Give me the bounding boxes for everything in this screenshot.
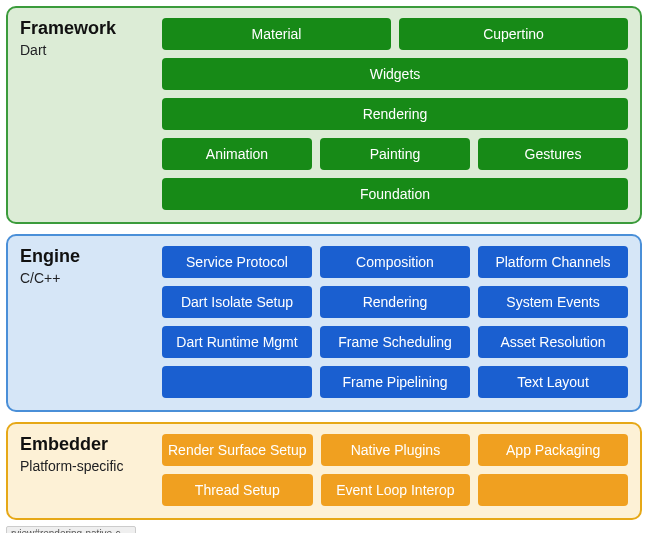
block-empty [162, 366, 312, 398]
block-frame-pipelining: Frame Pipelining [320, 366, 470, 398]
layer-embedder-title: Embedder [20, 434, 152, 456]
block-thread-setup: Thread Setup [162, 474, 313, 506]
block-render-surface-setup: Render Surface Setup [162, 434, 313, 466]
layer-embedder-subtitle: Platform-specific [20, 458, 152, 474]
block-dart-isolate-setup: Dart Isolate Setup [162, 286, 312, 318]
block-service-protocol: Service Protocol [162, 246, 312, 278]
block-empty [478, 474, 628, 506]
block-frame-scheduling: Frame Scheduling [320, 326, 470, 358]
layer-embedder-body: Render Surface Setup Native Plugins App … [162, 434, 628, 506]
layer-engine: Engine C/C++ Service Protocol Compositio… [6, 234, 642, 412]
layer-engine-title: Engine [20, 246, 152, 268]
block-dart-runtime-mgmt: Dart Runtime Mgmt [162, 326, 312, 358]
layer-framework-title: Framework [20, 18, 152, 40]
block-widgets: Widgets [162, 58, 628, 90]
layer-engine-header: Engine C/C++ [20, 246, 152, 398]
block-animation: Animation [162, 138, 312, 170]
block-cupertino: Cupertino [399, 18, 628, 50]
block-painting: Painting [320, 138, 470, 170]
block-system-events: System Events [478, 286, 628, 318]
block-material: Material [162, 18, 391, 50]
block-rendering-fw: Rendering [162, 98, 628, 130]
block-app-packaging: App Packaging [478, 434, 628, 466]
status-bar-link-preview: rview#rendering-native-controls-i… [6, 526, 136, 533]
layer-framework: Framework Dart Material Cupertino Widget… [6, 6, 642, 224]
layer-framework-header: Framework Dart [20, 18, 152, 210]
block-event-loop-interop: Event Loop Interop [321, 474, 471, 506]
block-text-layout: Text Layout [478, 366, 628, 398]
block-native-plugins: Native Plugins [321, 434, 471, 466]
block-asset-resolution: Asset Resolution [478, 326, 628, 358]
block-foundation: Foundation [162, 178, 628, 210]
layer-embedder: Embedder Platform-specific Render Surfac… [6, 422, 642, 520]
layer-engine-body: Service Protocol Composition Platform Ch… [162, 246, 628, 398]
block-platform-channels: Platform Channels [478, 246, 628, 278]
block-gestures: Gestures [478, 138, 628, 170]
layer-engine-subtitle: C/C++ [20, 270, 152, 286]
layer-framework-subtitle: Dart [20, 42, 152, 58]
block-rendering-eng: Rendering [320, 286, 470, 318]
layer-framework-body: Material Cupertino Widgets Rendering Ani… [162, 18, 628, 210]
block-composition: Composition [320, 246, 470, 278]
layer-embedder-header: Embedder Platform-specific [20, 434, 152, 506]
